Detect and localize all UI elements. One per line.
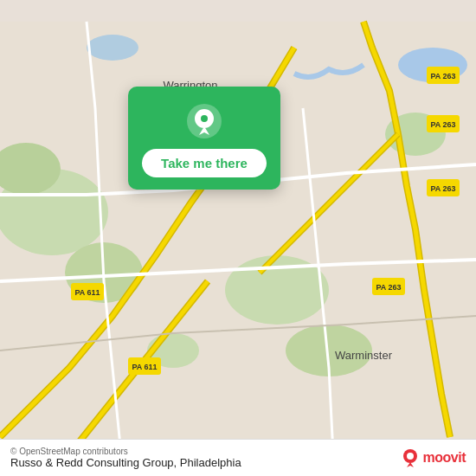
- svg-text:PA 263: PA 263: [430, 184, 455, 193]
- svg-text:PA 611: PA 611: [132, 363, 157, 371]
- location-pin-icon: [185, 102, 223, 140]
- location-card: Take me there: [128, 87, 280, 190]
- moovit-pin-icon: [401, 448, 420, 467]
- svg-text:PA 611: PA 611: [74, 288, 100, 297]
- attribution-text: © OpenStreetMap contributors: [10, 447, 241, 456]
- moovit-logo: moovit: [401, 448, 466, 467]
- take-me-there-button[interactable]: Take me there: [142, 149, 267, 177]
- svg-point-9: [87, 35, 138, 61]
- svg-text:PA 263: PA 263: [376, 283, 401, 292]
- svg-text:PA 263: PA 263: [430, 120, 455, 129]
- bottom-info: © OpenStreetMap contributors Russo & Red…: [10, 447, 241, 469]
- map-svg: PA 611 PA 611 PA 611 PA 263 PA 263 PA 26…: [0, 0, 476, 476]
- moovit-brand-text: moovit: [423, 450, 466, 466]
- svg-point-30: [407, 453, 414, 460]
- svg-point-28: [201, 115, 208, 122]
- bottom-bar: © OpenStreetMap contributors Russo & Red…: [0, 439, 476, 476]
- map-container: PA 611 PA 611 PA 611 PA 263 PA 263 PA 26…: [0, 0, 476, 476]
- svg-text:Warminster: Warminster: [335, 349, 393, 362]
- svg-text:PA 263: PA 263: [430, 72, 455, 80]
- location-name-text: Russo & Redd Consulting Group, Philadelp…: [10, 456, 241, 469]
